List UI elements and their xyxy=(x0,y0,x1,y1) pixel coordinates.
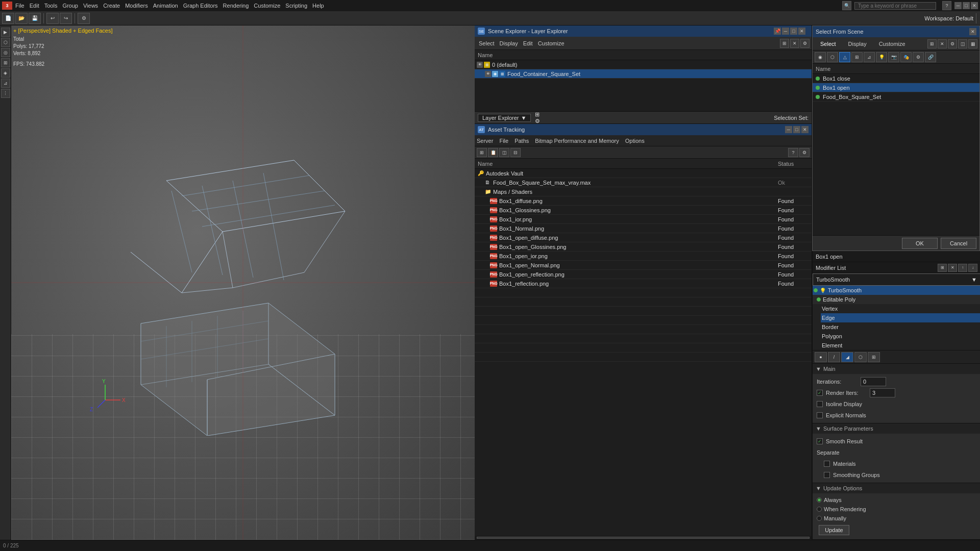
sfs-icon-4[interactable]: ◫ xyxy=(958,39,967,48)
at-icon-4[interactable]: ⊟ xyxy=(510,148,521,157)
ls-btn-3[interactable]: ◎ xyxy=(1,48,10,57)
at-icon-help[interactable]: ? xyxy=(788,148,798,157)
menu-animation[interactable]: Animation xyxy=(153,3,178,9)
save-btn[interactable]: 💾 xyxy=(29,13,41,24)
menu-customize[interactable]: Customize xyxy=(254,3,280,9)
at-row-normal[interactable]: PNG Box1_Normal.png Found xyxy=(475,224,812,233)
at-row-opennormal[interactable]: PNG Box1_open_Normal.png Found xyxy=(475,261,812,270)
update-btn[interactable]: Update xyxy=(819,525,849,535)
menu-tools[interactable]: Tools xyxy=(44,3,58,9)
ml-btn-2[interactable]: ✕ xyxy=(948,264,957,272)
sfs-cancel-btn[interactable]: Cancel xyxy=(941,238,976,249)
at-tab-server[interactable]: Server xyxy=(477,138,493,144)
viewport[interactable]: X Y Z + [Perspective] Shaded + Edged Fac… xyxy=(11,26,475,540)
se-minimize-btn[interactable]: ─ xyxy=(782,28,789,35)
at-row-maxfile[interactable]: 🗎 Food_Box_Square_Set_max_vray.max Ok xyxy=(475,178,812,187)
turbosmooth-item[interactable]: 💡 TurboSmooth xyxy=(813,286,980,295)
ml-btn-3[interactable]: ↑ xyxy=(958,264,967,272)
le-icon-2[interactable]: ✕ xyxy=(790,39,799,48)
at-tab-bitmap[interactable]: Bitmap Performance and Memory xyxy=(535,138,619,144)
ls-btn-7[interactable]: ⋮ xyxy=(1,89,10,98)
ls-btn-4[interactable]: ⊞ xyxy=(1,58,10,67)
sfs-si-5[interactable]: ⊿ xyxy=(864,52,875,62)
at-icon-1[interactable]: ⊞ xyxy=(477,148,487,157)
se-restore-btn[interactable]: □ xyxy=(790,28,797,35)
subobj-border[interactable]: Border xyxy=(821,322,980,332)
ts-main-title[interactable]: ▼ Main xyxy=(813,364,980,374)
ss-btn-1[interactable]: ● xyxy=(815,352,827,362)
ls-btn-1[interactable]: ▶ xyxy=(1,28,10,37)
at-icon-3[interactable]: ◫ xyxy=(499,148,509,157)
subobj-polygon[interactable]: Polygon xyxy=(821,332,980,341)
sfs-si-8[interactable]: 🎭 xyxy=(900,52,912,62)
new-btn[interactable]: 📄 xyxy=(2,13,14,24)
at-minimize-btn[interactable]: ─ xyxy=(785,126,792,133)
ls-btn-5[interactable]: ◈ xyxy=(1,68,10,78)
sfs-tab-select[interactable]: Select xyxy=(815,39,842,48)
help-icon[interactable]: ? xyxy=(942,1,951,10)
at-tab-paths[interactable]: Paths xyxy=(514,138,529,144)
sfs-close-btn[interactable]: ✕ xyxy=(969,28,976,35)
at-close-btn[interactable]: ✕ xyxy=(801,126,808,133)
le-menu-customize[interactable]: Customize xyxy=(538,40,565,46)
at-icon-settings[interactable]: ⚙ xyxy=(799,148,810,157)
sfs-si-3[interactable]: △ xyxy=(839,52,850,62)
restore-btn[interactable]: □ xyxy=(963,2,970,9)
sfs-icon-3[interactable]: ⚙ xyxy=(948,39,957,48)
menu-scripting[interactable]: Scripting xyxy=(285,3,307,9)
ml-btn-1[interactable]: ⊞ xyxy=(938,264,947,272)
search-btn[interactable]: 🔍 xyxy=(842,1,851,10)
menu-rendering[interactable]: Rendering xyxy=(223,3,249,9)
at-tab-options[interactable]: Options xyxy=(625,138,645,144)
render-setup-btn[interactable]: ⚙ xyxy=(78,13,90,24)
isoline-check[interactable] xyxy=(817,401,823,407)
surface-params-title[interactable]: ▼ Surface Parameters xyxy=(813,423,980,434)
le-menu-display[interactable]: Display xyxy=(500,40,518,46)
ss-btn-4[interactable]: ⬡ xyxy=(854,352,867,362)
ss-btn-3[interactable]: ◢ xyxy=(841,352,853,362)
at-row-glossines[interactable]: PNG Box1_Glossines.png Found xyxy=(475,206,812,215)
sfs-si-9[interactable]: ⚙ xyxy=(913,52,924,62)
at-icon-2[interactable]: 📋 xyxy=(488,148,498,157)
le-menu-edit[interactable]: Edit xyxy=(523,40,533,46)
sfs-tab-customize[interactable]: Customize xyxy=(873,39,911,48)
workspace-selector[interactable]: Workspace: Default xyxy=(924,15,973,21)
when-rendering-radio[interactable] xyxy=(817,507,822,512)
subobj-vertex[interactable]: Vertex xyxy=(821,304,980,313)
ls-btn-6[interactable]: ⊿ xyxy=(1,79,10,88)
menu-edit[interactable]: Edit xyxy=(30,3,39,9)
at-row-openreflect[interactable]: PNG Box1_open_reflection.png Found xyxy=(475,270,812,279)
sfs-si-10[interactable]: 🔗 xyxy=(925,52,936,62)
menu-group[interactable]: Group xyxy=(62,3,78,9)
ls-btn-2[interactable]: ⬡ xyxy=(1,38,10,47)
sfs-ok-btn[interactable]: OK xyxy=(902,238,938,249)
render-iters-value[interactable]: 3 xyxy=(870,388,895,397)
ss-btn-2[interactable]: / xyxy=(828,352,840,362)
at-row-reflection[interactable]: PNG Box1_reflection.png Found xyxy=(475,279,812,288)
smooth-result-check[interactable] xyxy=(817,438,823,444)
sfs-icon-5[interactable]: ▦ xyxy=(968,39,977,48)
update-options-title[interactable]: ▼ Update Options xyxy=(813,483,980,493)
manually-radio[interactable] xyxy=(817,516,822,521)
le-menu-select[interactable]: Select xyxy=(479,40,495,46)
sfs-icon-2[interactable]: ✕ xyxy=(938,39,947,48)
minimize-btn[interactable]: ─ xyxy=(954,2,962,9)
layer-row-default[interactable]: 👁 ▦ 0 (default) xyxy=(475,60,812,69)
sfs-row-box1close[interactable]: Box1 close xyxy=(813,74,979,83)
se-close-btn[interactable]: ✕ xyxy=(798,28,805,35)
at-tab-file[interactable]: File xyxy=(499,138,508,144)
subobj-element[interactable]: Element xyxy=(821,341,980,350)
le-bottom-icon-2[interactable]: ⚙ xyxy=(535,118,540,124)
menu-help[interactable]: Help xyxy=(312,3,324,9)
menu-create[interactable]: Create xyxy=(103,3,120,9)
redo-btn[interactable]: ↪ xyxy=(60,13,72,24)
always-radio[interactable] xyxy=(817,497,822,503)
at-row-vault[interactable]: 🔑 Autodesk Vault xyxy=(475,169,812,178)
ml-btn-4[interactable]: ↓ xyxy=(968,264,977,272)
at-row-openglossin[interactable]: PNG Box1_open_Glossines.png Found xyxy=(475,242,812,252)
sfs-tab-display[interactable]: Display xyxy=(843,39,872,48)
sfs-si-2[interactable]: ⬡ xyxy=(827,52,838,62)
se-pin-btn[interactable]: 📌 xyxy=(774,28,781,35)
iterations-value[interactable]: 0 xyxy=(861,377,886,386)
at-row-ior[interactable]: PNG Box1_ior.png Found xyxy=(475,215,812,224)
